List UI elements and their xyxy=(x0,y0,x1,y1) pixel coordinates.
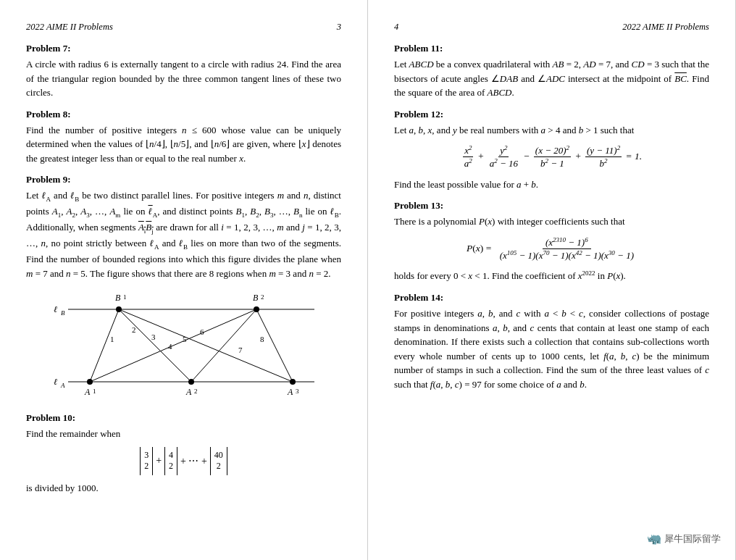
problem-12-text-after: Find the least possible value for a + b. xyxy=(394,177,709,192)
svg-text:5: 5 xyxy=(183,335,187,343)
left-header-title: 2022 AIME II Problems xyxy=(26,22,113,33)
svg-text:B: B xyxy=(115,293,121,303)
problem-9-diagram: B 1 B 2 A 1 A 2 A 3 1 2 3 4 5 6 7 8 ℓ B xyxy=(46,288,322,404)
right-page-number: 4 xyxy=(394,22,398,33)
problem-10-formula: 3 2 + 4 2 + ⋯ + 40 2 xyxy=(26,447,341,475)
problem-12-text-before: Let a, b, x, and y be real numbers with … xyxy=(394,123,709,138)
problem-8-text: Find the number of positive integers n ≤… xyxy=(26,123,341,166)
svg-text:1: 1 xyxy=(110,335,114,343)
problem-7-text: A circle with radius 6 is externally tan… xyxy=(26,57,341,100)
left-page-header: 2022 AIME II Problems 3 xyxy=(26,22,341,33)
problem-10-text-before: Find the remainder when xyxy=(26,427,341,441)
left-page-number: 3 xyxy=(337,22,341,33)
svg-text:6: 6 xyxy=(200,327,204,336)
problem-10-text-after: is divided by 1000. xyxy=(26,481,341,496)
watermark-icon: 🦏 xyxy=(647,532,661,546)
watermark-text: 犀牛国际留学 xyxy=(664,532,721,546)
svg-line-22 xyxy=(256,309,293,382)
svg-text:7: 7 xyxy=(238,346,243,354)
problem-14-title: Problem 14: xyxy=(394,292,709,304)
svg-text:2: 2 xyxy=(261,293,264,301)
right-page-header: 4 2022 AIME II Problems xyxy=(394,22,709,33)
svg-text:2: 2 xyxy=(194,388,198,395)
svg-text:A: A xyxy=(287,387,293,397)
right-header-title: 2022 AIME II Problems xyxy=(622,22,709,33)
svg-text:ℓ: ℓ xyxy=(54,377,57,387)
problem-12-title: Problem 12: xyxy=(394,109,709,120)
watermark: 🦏 犀牛国际留学 xyxy=(647,532,721,546)
svg-text:2: 2 xyxy=(132,325,136,334)
svg-text:4: 4 xyxy=(168,342,172,351)
svg-text:A: A xyxy=(84,387,91,397)
problem-8-title: Problem 8: xyxy=(26,109,341,120)
problem-11-text: Let ABCD be a convex quadrilateral with … xyxy=(394,57,709,100)
svg-text:A: A xyxy=(185,387,192,397)
svg-text:1: 1 xyxy=(93,388,96,395)
svg-text:ℓ: ℓ xyxy=(54,304,57,314)
svg-text:3: 3 xyxy=(296,388,299,395)
svg-text:8: 8 xyxy=(260,335,264,343)
problem-7-title: Problem 7: xyxy=(26,43,341,54)
svg-text:3: 3 xyxy=(151,333,156,341)
svg-line-19 xyxy=(119,309,191,382)
problem-13-text-after: holds for every 0 < x < 1. Find the coef… xyxy=(394,269,709,283)
problem-12-formula: x2 a2 + y2 a2 − 16 − (x − 20)2 b2 − 1 + … xyxy=(394,144,709,170)
svg-text:B: B xyxy=(253,293,259,303)
problem-13-title: Problem 13: xyxy=(394,200,709,212)
problem-9-title: Problem 9: xyxy=(26,174,341,185)
svg-text:1: 1 xyxy=(123,293,127,301)
problem-9-text: Let ℓA and ℓB be two distinct parallel l… xyxy=(26,188,341,280)
svg-line-20 xyxy=(191,309,256,382)
problem-11-title: Problem 11: xyxy=(394,43,709,54)
problem-10-title: Problem 10: xyxy=(26,412,341,424)
left-page: 2022 AIME II Problems 3 Problem 7: A cir… xyxy=(0,0,368,560)
problem-14-text: For positive integers a, b, and c with a… xyxy=(394,306,709,391)
problem-13-text-before: There is a polynomial P(x) with integer … xyxy=(394,214,709,229)
svg-text:A: A xyxy=(60,382,65,389)
right-page: 4 2022 AIME II Problems Problem 11: Let … xyxy=(368,0,736,560)
problem-13-formula: P(x) = (x2310 − 1)6 (x105 − 1)(x70 − 1)(… xyxy=(394,236,709,262)
svg-line-21 xyxy=(119,309,293,382)
svg-text:B: B xyxy=(61,309,65,317)
